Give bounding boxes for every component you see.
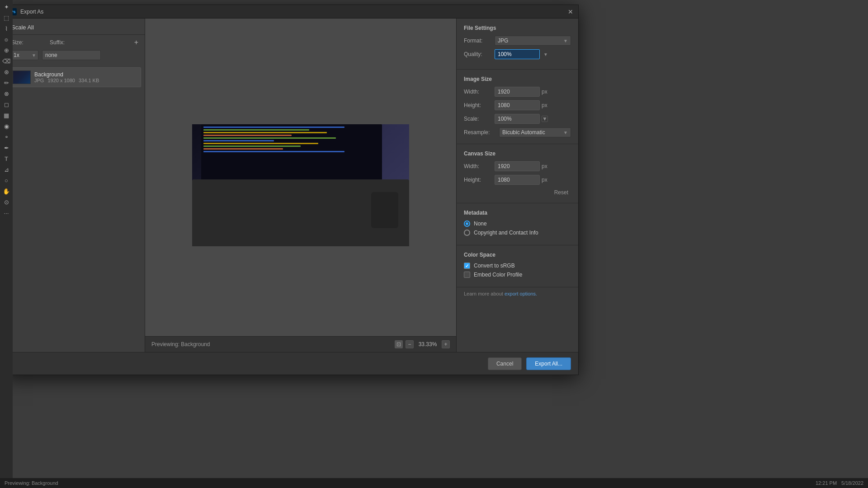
toolbar-wand[interactable]: ⌾ xyxy=(1,34,11,44)
quality-row: Quality: ▼ xyxy=(464,49,571,59)
resample-dropdown[interactable]: Bicubic Automatic ▼ xyxy=(499,127,571,137)
metadata-title: Metadata xyxy=(464,210,571,216)
color-space-title: Color Space xyxy=(464,252,571,258)
size-dropdown[interactable]: 1x ▼ xyxy=(11,50,38,60)
toolbar-dodge[interactable]: ⚬ xyxy=(1,132,11,142)
metadata-copyright-label: Copyright and Contact Info xyxy=(474,230,538,236)
code-line xyxy=(203,145,301,147)
status-previewing: Previewing: Background xyxy=(5,480,58,486)
metadata-copyright-radio[interactable] xyxy=(464,230,470,236)
canvas-height-input[interactable] xyxy=(495,175,540,185)
add-scale-button[interactable]: + xyxy=(134,38,138,47)
export-all-button[interactable]: Export All... xyxy=(526,357,571,370)
dialog-footer: Cancel Export All... xyxy=(5,352,578,375)
embed-profile-row[interactable]: Embed Color Profile xyxy=(464,272,571,278)
metadata-none-radio[interactable] xyxy=(464,221,470,227)
metadata-none-label: None xyxy=(474,221,487,227)
image-height-row: Height: px xyxy=(464,100,571,110)
layer-format: JPG xyxy=(34,78,44,83)
format-dropdown[interactable]: JPG ▼ xyxy=(495,36,571,46)
image-width-label: Width: xyxy=(464,89,491,95)
layer-info: Background JPG 868 x 488 334.1 KB xyxy=(34,71,137,83)
previewing-label: Previewing: Background xyxy=(151,341,210,347)
preview-bottom-bar: Previewing: Background ⊡ − 33.33% + xyxy=(145,336,456,352)
export-options-link[interactable]: export options. xyxy=(505,291,537,296)
toolbar-select[interactable]: ⬚ xyxy=(1,13,11,23)
zoom-out-button[interactable]: − xyxy=(406,340,414,348)
embed-profile-label: Embed Color Profile xyxy=(474,272,522,278)
code-line xyxy=(203,137,336,139)
image-width-input[interactable] xyxy=(495,87,540,97)
code-line xyxy=(203,148,283,150)
toolbar-eyedropper[interactable]: ⌫ xyxy=(1,56,11,66)
canvas-height-unit: px xyxy=(542,177,551,183)
toolbar-gradient[interactable]: ▦ xyxy=(1,110,11,120)
toolbar-brush[interactable]: ✏ xyxy=(1,78,11,88)
toolbar-move[interactable]: ✦ xyxy=(1,2,11,12)
image-scale-row: Scale: ▼ xyxy=(464,114,571,124)
toolbar-text[interactable]: T xyxy=(1,154,11,164)
layer-thumbnail xyxy=(13,70,31,84)
toolbar-eraser[interactable]: ◻ xyxy=(1,99,11,109)
embed-profile-checkbox[interactable] xyxy=(464,272,470,278)
layer-name: Background xyxy=(34,71,137,78)
toolbar-more[interactable]: ··· xyxy=(1,208,11,218)
toolbar-pen[interactable]: ✒ xyxy=(1,143,11,153)
convert-srgb-row[interactable]: ✓ Convert to sRGB xyxy=(464,263,571,269)
metadata-none-row[interactable]: None xyxy=(464,221,571,227)
layer-item[interactable]: Background JPG 868 x 488 334.1 KB xyxy=(9,67,141,87)
scale-expand-icon[interactable]: ▼ xyxy=(542,116,548,122)
image-height-input[interactable] xyxy=(495,100,540,110)
layer-size: 334.1 KB xyxy=(79,78,99,83)
radio-dot xyxy=(466,222,468,225)
ps-toolbar: ✦ ⬚ ⌇ ⌾ ⊕ ⌫ ⊛ ✏ ⊗ ◻ ▦ ◉ ⚬ ✒ T ⊿ ○ ✋ ⊙ ··… xyxy=(0,0,13,488)
image-size-title: Image Size xyxy=(464,76,571,82)
checkmark-icon: ✓ xyxy=(465,263,469,268)
toolbar-heal[interactable]: ⊛ xyxy=(1,67,11,77)
preview-image xyxy=(192,124,409,246)
image-height-group: px xyxy=(495,100,571,110)
file-settings-title: File Settings xyxy=(464,25,571,31)
image-height-unit: px xyxy=(542,102,551,108)
convert-srgb-checkbox[interactable]: ✓ xyxy=(464,263,470,269)
canvas-width-row: Width: px xyxy=(464,161,571,171)
toolbar-blur[interactable]: ◉ xyxy=(1,121,11,131)
image-scale-input[interactable] xyxy=(495,114,540,124)
layer-meta: JPG 868 x 488 334.1 KB xyxy=(34,78,137,83)
toolbar-crop[interactable]: ⊕ xyxy=(1,45,11,55)
canvas-size-section: Canvas Size Width: px Height: px xyxy=(457,144,578,203)
image-width-row: Width: px xyxy=(464,87,571,97)
resample-row: Resample: Bicubic Automatic ▼ xyxy=(464,127,571,137)
zoom-value: 33.33% xyxy=(416,341,439,347)
quality-input[interactable] xyxy=(495,49,540,59)
canvas-reset-button[interactable]: Reset xyxy=(552,188,571,197)
toolbar-path[interactable]: ⊿ xyxy=(1,164,11,174)
size-chevron-icon: ▼ xyxy=(32,53,36,58)
toolbar-lasso[interactable]: ⌇ xyxy=(1,23,11,33)
code-line xyxy=(203,135,292,136)
metadata-copyright-row[interactable]: Copyright and Contact Info xyxy=(464,230,571,236)
quality-label: Quality: xyxy=(464,51,491,57)
canvas-width-input[interactable] xyxy=(495,161,540,171)
toolbar-shape[interactable]: ○ xyxy=(1,175,11,185)
cancel-button[interactable]: Cancel xyxy=(488,357,522,370)
zoom-in-button[interactable]: + xyxy=(442,340,450,348)
toolbar-zoom[interactable]: ⊙ xyxy=(1,197,11,207)
convert-srgb-label: Convert to sRGB xyxy=(474,263,515,269)
close-button[interactable]: ✕ xyxy=(567,9,574,15)
phone-silhouette xyxy=(371,192,398,228)
zoom-controls: ⊡ − 33.33% + xyxy=(395,340,450,348)
suffix-input[interactable] xyxy=(42,50,101,60)
canvas-height-group: px xyxy=(495,175,571,185)
code-line xyxy=(203,129,309,131)
resample-label: Resample: xyxy=(464,129,495,136)
zoom-crop-icon[interactable]: ⊡ xyxy=(395,340,403,348)
image-scale-group: ▼ xyxy=(495,114,571,124)
canvas-width-group: px xyxy=(495,161,571,171)
canvas-height-row: Height: px xyxy=(464,175,571,185)
canvas-width-label: Width: xyxy=(464,163,491,169)
toolbar-hand[interactable]: ✋ xyxy=(1,186,11,196)
color-space-section: Color Space ✓ Convert to sRGB Embed Colo… xyxy=(457,245,578,287)
toolbar-clone[interactable]: ⊗ xyxy=(1,89,11,99)
layer-thumb-preview xyxy=(13,71,30,84)
